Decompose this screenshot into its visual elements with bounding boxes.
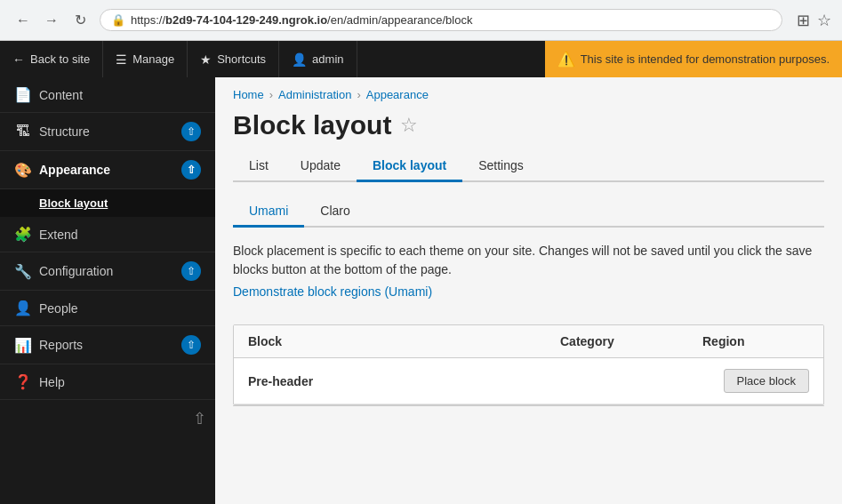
content-area: Home › Administration › Appearance Block…	[215, 77, 842, 504]
sidebar-help-label: Help	[39, 375, 201, 389]
col-block-header: Block	[248, 334, 560, 348]
sub-tab-claro[interactable]: Claro	[304, 196, 365, 228]
sidebar-item-reports[interactable]: 📊 Reports ⇧	[0, 326, 215, 364]
sidebar-item-extend[interactable]: 🧩 Extend	[0, 217, 215, 252]
sidebar-item-help[interactable]: ❓ Help	[0, 364, 215, 400]
breadcrumb-sep-1: ›	[269, 88, 273, 101]
browser-chrome: ← → ↻ 🔒 https://b2d9-74-104-129-249.ngro…	[0, 0, 842, 41]
description: Block placement is specific to each them…	[215, 228, 842, 307]
sidebar-item-people[interactable]: 👤 People	[0, 291, 215, 326]
reports-chevron: ⇧	[181, 335, 201, 355]
sidebar-content-label: Content	[39, 88, 201, 102]
manage-button[interactable]: ☰ Manage	[103, 41, 188, 77]
col-category-header: Category	[560, 334, 702, 348]
security-icon: 🔒	[111, 13, 125, 27]
table-header: Block Category Region	[234, 325, 823, 358]
back-arrow-icon: ←	[12, 52, 25, 67]
configuration-chevron: ⇧	[181, 261, 201, 281]
browser-actions: ⊞ ☆	[797, 11, 831, 30]
sidebar-block-layout-label: Block layout	[39, 196, 108, 210]
sidebar-reports-label: Reports	[39, 338, 174, 352]
breadcrumb-home[interactable]: Home	[233, 88, 264, 101]
tab-settings[interactable]: Settings	[462, 151, 540, 182]
sub-tab-umami[interactable]: Umami	[233, 196, 304, 228]
breadcrumb-administration[interactable]: Administration	[278, 88, 351, 101]
col-region-header: Region	[702, 334, 809, 348]
address-bar[interactable]: 🔒 https://b2d9-74-104-129-249.ngrok.io/e…	[100, 9, 782, 31]
back-to-site-button[interactable]: ← Back to site	[0, 41, 103, 77]
warning-text: This site is intended for demonstration …	[581, 52, 830, 66]
favorite-star-icon[interactable]: ☆	[400, 114, 418, 137]
back-button[interactable]: ←	[11, 8, 36, 33]
breadcrumb-appearance[interactable]: Appearance	[366, 88, 429, 101]
tab-list[interactable]: List	[233, 151, 285, 182]
place-block-button[interactable]: Place block	[724, 369, 809, 393]
breadcrumb: Home › Administration › Appearance	[215, 77, 842, 107]
menu-icon: ☰	[116, 52, 127, 67]
content-icon: 📄	[14, 86, 32, 103]
forward-button[interactable]: →	[39, 8, 64, 33]
star-toolbar-icon: ★	[200, 52, 212, 67]
warning-banner: ⚠️ This site is intended for demonstrati…	[545, 41, 842, 77]
main-layout: 📄 Content 🏗 Structure ⇧ 🎨 Appearance ⇧ B…	[0, 77, 842, 504]
pin-icon[interactable]: ⇧	[193, 409, 206, 428]
back-to-site-label: Back to site	[30, 52, 90, 66]
sidebar-structure-label: Structure	[39, 124, 174, 139]
warning-icon: ⚠️	[557, 51, 575, 68]
admin-label: admin	[312, 52, 343, 66]
sidebar: 📄 Content 🏗 Structure ⇧ 🎨 Appearance ⇧ B…	[0, 77, 215, 504]
user-icon: 👤	[292, 52, 307, 67]
sidebar-item-content[interactable]: 📄 Content	[0, 77, 215, 113]
block-table: Block Category Region Pre-header Place b…	[233, 324, 824, 405]
sidebar-appearance-label: Appearance	[39, 163, 174, 177]
admin-toolbar: ← Back to site ☰ Manage ★ Shortcuts 👤 ad…	[0, 41, 842, 77]
shortcuts-button[interactable]: ★ Shortcuts	[188, 41, 279, 77]
configuration-icon: 🔧	[14, 263, 32, 280]
page-header: Block layout ☆	[215, 107, 842, 140]
page-title: Block layout	[233, 110, 391, 140]
sidebar-people-label: People	[39, 301, 201, 316]
reload-button[interactable]: ↻	[68, 8, 92, 33]
shortcuts-label: Shortcuts	[217, 52, 266, 66]
row-preheader-label: Pre-header	[248, 374, 724, 388]
extend-icon: 🧩	[14, 226, 32, 243]
extensions-icon[interactable]: ⊞	[797, 11, 810, 30]
sidebar-item-block-layout[interactable]: Block layout	[0, 189, 215, 217]
tab-block-layout[interactable]: Block layout	[357, 151, 462, 182]
sub-tab-bar: Umami Claro	[233, 196, 824, 228]
sidebar-item-appearance[interactable]: 🎨 Appearance ⇧	[0, 151, 215, 189]
reports-icon: 📊	[14, 337, 32, 354]
demo-link[interactable]: Demonstrate block regions (Umami)	[233, 283, 432, 301]
description-text: Block placement is specific to each them…	[233, 244, 812, 276]
help-icon: ❓	[14, 373, 32, 390]
sidebar-item-structure[interactable]: 🏗 Structure ⇧	[0, 113, 215, 151]
appearance-icon: 🎨	[14, 162, 32, 179]
structure-chevron: ⇧	[181, 122, 201, 141]
sidebar-bottom: ⇧	[0, 400, 215, 437]
table-divider	[233, 405, 824, 406]
browser-nav: ← → ↻	[11, 8, 92, 33]
manage-label: Manage	[132, 52, 174, 66]
admin-user-button[interactable]: 👤 admin	[279, 41, 357, 77]
structure-icon: 🏗	[14, 124, 32, 140]
sidebar-configuration-label: Configuration	[39, 264, 174, 278]
bookmark-icon[interactable]: ☆	[817, 11, 831, 30]
sidebar-item-configuration[interactable]: 🔧 Configuration ⇧	[0, 252, 215, 291]
people-icon: 👤	[14, 300, 32, 316]
tab-update[interactable]: Update	[285, 151, 357, 182]
table-row: Pre-header Place block	[234, 358, 823, 404]
url-text: https://b2d9-74-104-129-249.ngrok.io/en/…	[131, 13, 472, 27]
sidebar-extend-label: Extend	[39, 228, 201, 242]
appearance-chevron: ⇧	[181, 160, 201, 180]
breadcrumb-sep-2: ›	[357, 88, 360, 101]
tab-bar: List Update Block layout Settings	[233, 151, 824, 182]
